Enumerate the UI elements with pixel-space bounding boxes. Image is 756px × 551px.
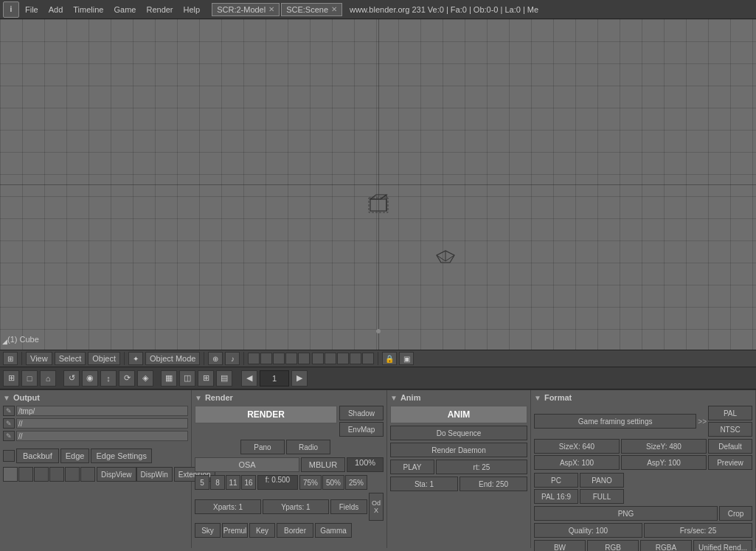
osa-16[interactable]: 16 — [241, 475, 256, 490]
unified-render-button[interactable]: Unified Rend... — [693, 540, 752, 551]
layer-5[interactable] — [298, 353, 310, 364]
border-button[interactable]: Border — [277, 523, 313, 538]
rgba-button[interactable]: RGBA — [640, 540, 692, 551]
props-type-icon[interactable]: ⊞ — [3, 370, 19, 387]
end-button[interactable]: End: 250 — [460, 477, 527, 491]
key-button[interactable]: Key — [249, 523, 275, 538]
layer-10[interactable] — [362, 353, 374, 364]
props-back-icon[interactable]: ↺ — [63, 370, 80, 387]
pc-button[interactable]: PC — [534, 473, 578, 488]
screen1-selector[interactable]: SCR:2-Model ✕ — [212, 3, 280, 16]
props-link-icon[interactable]: ⟳ — [119, 370, 135, 387]
pal169-button[interactable]: PAL 16:9 — [534, 489, 578, 504]
mode-selector[interactable]: Object Mode — [145, 352, 200, 365]
prev-frame-btn[interactable]: ◀ — [241, 370, 257, 387]
view-menu-btn[interactable]: View — [26, 352, 52, 365]
audio-icon[interactable]: ♪ — [225, 352, 240, 365]
render-arrow[interactable]: ▼ — [195, 394, 202, 402]
object-icon[interactable]: ✦ — [128, 352, 143, 365]
aspy-button[interactable]: AspY: 100 — [621, 455, 707, 470]
pano-button[interactable]: Pano — [240, 440, 285, 454]
premul-button[interactable]: Premul — [222, 523, 248, 538]
props-node-icon[interactable]: ⊞ — [198, 370, 214, 387]
play-button[interactable]: PLAY — [390, 460, 434, 474]
envmap-button[interactable]: EnvMap — [339, 422, 384, 437]
screen2-selector[interactable]: SCE:Scene ✕ — [281, 3, 342, 16]
layout-icon-2[interactable] — [18, 467, 33, 482]
rgb-button[interactable]: RGB — [587, 540, 639, 551]
osa-button[interactable]: OSA — [195, 457, 299, 472]
sizey-button[interactable]: SizeY: 480 — [621, 439, 707, 454]
output-path3[interactable] — [16, 431, 188, 441]
yparts-button[interactable]: Yparts: 1 — [263, 499, 329, 514]
props-render2-icon[interactable]: ▦ — [161, 370, 177, 387]
aspx-button[interactable]: AspX: 100 — [534, 455, 620, 470]
menu-render[interactable]: Render — [142, 4, 177, 15]
menu-help[interactable]: Help — [179, 4, 205, 15]
output-path2[interactable] — [16, 418, 188, 429]
pano-format-button[interactable]: PANO — [580, 473, 624, 488]
png-button[interactable]: PNG — [534, 506, 718, 521]
props-seq-icon[interactable]: ◫ — [179, 370, 195, 387]
path2-icon[interactable]: ✎ — [3, 418, 15, 429]
preview-button[interactable]: Preview — [708, 455, 752, 470]
layer-9[interactable] — [350, 353, 361, 364]
sizex-button[interactable]: SizeX: 640 — [534, 439, 620, 454]
screen1-close[interactable]: ✕ — [268, 5, 274, 13]
layer-4[interactable] — [285, 353, 297, 364]
default-button[interactable]: Default — [708, 439, 752, 454]
camera-object[interactable] — [435, 248, 456, 270]
bw-button[interactable]: BW — [534, 540, 586, 551]
fields-button[interactable]: Fields — [330, 499, 367, 514]
path1-icon[interactable]: ✎ — [3, 406, 15, 416]
object-menu-btn[interactable]: Object — [88, 352, 120, 365]
screen2-close[interactable]: ✕ — [331, 5, 337, 13]
framing-select[interactable]: Game framing settings — [534, 414, 696, 429]
snap-icon[interactable]: ⊕ — [208, 352, 223, 365]
pct-25[interactable]: 25% — [345, 475, 367, 490]
props-scene-icon[interactable]: ▤ — [216, 370, 232, 387]
pal-button[interactable]: PAL — [708, 406, 752, 420]
layer-7[interactable] — [325, 353, 336, 364]
layer-6[interactable] — [312, 353, 324, 364]
do-sequence-button[interactable]: Do Sequence — [390, 426, 527, 440]
radio-button[interactable]: Radio — [286, 440, 330, 454]
osa-11[interactable]: 11 — [226, 475, 240, 490]
crop-button[interactable]: Crop — [719, 506, 752, 521]
edge-button[interactable]: Edge — [60, 448, 90, 463]
menu-file[interactable]: File — [21, 4, 43, 15]
backbuf-toggle[interactable] — [3, 450, 15, 462]
props-obj-icon[interactable]: ↕ — [100, 370, 117, 387]
frs-button[interactable]: Frs/sec: 25 — [644, 523, 752, 538]
path3-icon[interactable]: ✎ — [3, 431, 15, 441]
layout-icon-1[interactable] — [3, 467, 18, 482]
viewport-type-icon[interactable]: ⊞ — [3, 352, 18, 365]
pct-75[interactable]: 75% — [299, 475, 322, 490]
anim-button[interactable]: ANIM — [390, 406, 527, 423]
osa-8[interactable]: 8 — [210, 475, 225, 490]
sky-button[interactable]: Sky — [195, 523, 221, 538]
layout-icon-6[interactable] — [80, 467, 95, 482]
edge-settings-button[interactable]: Edge Settings — [91, 448, 152, 463]
xparts-button[interactable]: Xparts: 1 — [195, 499, 261, 514]
layout-icon-3[interactable] — [34, 467, 49, 482]
anim-arrow[interactable]: ▼ — [390, 394, 398, 402]
render-icon[interactable]: ▣ — [399, 352, 414, 365]
menu-add[interactable]: Add — [44, 4, 68, 15]
render-daemon-button[interactable]: Render Daemon — [390, 443, 527, 457]
viewport-3d[interactable]: ◢ (1) Cube — [0, 19, 756, 350]
ntsc-button[interactable]: NTSC — [708, 422, 752, 437]
shadow-button[interactable]: Shadow — [339, 406, 384, 420]
format-arrow[interactable]: ▼ — [534, 394, 541, 402]
od-button[interactable]: OdX — [369, 493, 384, 521]
layer-3[interactable] — [273, 353, 285, 364]
next-frame-btn[interactable]: ▶ — [291, 370, 308, 387]
rt-button[interactable]: rt: 25 — [436, 460, 527, 474]
select-menu-btn[interactable]: Select — [55, 352, 86, 365]
props-render-icon[interactable]: ◉ — [82, 370, 98, 387]
backbuf-button[interactable]: Backbuf — [16, 448, 59, 463]
sta-button[interactable]: Sta: 1 — [390, 477, 458, 491]
gamma-button[interactable]: Gamma — [315, 523, 352, 538]
dispwin-button[interactable]: DispWin — [136, 467, 173, 482]
output-arrow[interactable]: ▼ — [3, 394, 10, 402]
